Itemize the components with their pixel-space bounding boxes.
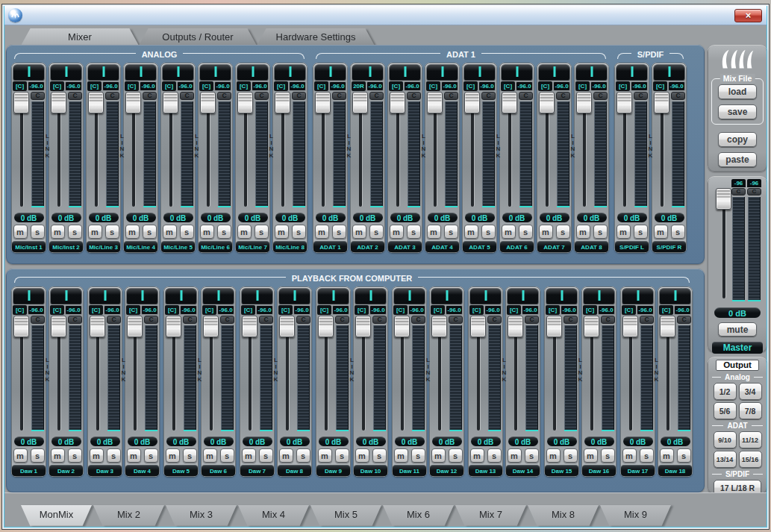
clip-indicator[interactable]: C [31, 316, 45, 324]
link-label[interactable]: L I N K [122, 357, 126, 383]
mute-button[interactable]: m [584, 448, 598, 463]
clip-indicator[interactable]: C [556, 92, 570, 100]
mute-button[interactable]: m [275, 225, 289, 239]
mute-button[interactable]: m [13, 448, 28, 463]
link-label[interactable]: L I N K [195, 134, 199, 159]
master-clip-indicator[interactable]: C [747, 188, 761, 195]
solo-button[interactable]: s [180, 225, 194, 239]
pan-slider[interactable] [278, 288, 310, 304]
output-select-9-10[interactable]: 9/10 [714, 431, 737, 448]
fader-handle[interactable] [200, 92, 216, 113]
fader-handle[interactable] [576, 92, 592, 113]
link-label[interactable]: L I N K [198, 357, 202, 383]
clip-indicator[interactable]: C [220, 316, 234, 324]
mute-button[interactable]: m [470, 448, 484, 463]
mute-button[interactable]: m [125, 225, 140, 239]
solo-button[interactable]: s [372, 448, 387, 463]
solo-button[interactable]: s [144, 448, 158, 463]
paste-button[interactable]: paste [718, 152, 757, 167]
output-select-11-12[interactable]: 11/12 [739, 431, 762, 448]
pan-slider[interactable] [165, 288, 197, 304]
clip-indicator[interactable]: C [372, 316, 387, 324]
pan-slider[interactable] [575, 64, 608, 81]
pan-slider[interactable] [50, 64, 82, 81]
solo-button[interactable]: s [68, 225, 82, 239]
mute-button[interactable]: m [502, 225, 516, 239]
solo-button[interactable]: s [217, 225, 231, 239]
link-label[interactable]: L I N K [347, 134, 352, 159]
pan-slider[interactable] [126, 288, 158, 304]
solo-button[interactable]: s [143, 225, 157, 239]
fader-handle[interactable] [539, 92, 555, 113]
pan-slider[interactable] [622, 288, 654, 304]
solo-button[interactable]: s [31, 225, 45, 239]
pan-slider[interactable] [653, 64, 685, 81]
mute-button[interactable]: m [431, 448, 446, 463]
mute-button[interactable]: m [203, 448, 217, 463]
mute-button[interactable]: m [352, 225, 366, 239]
solo-button[interactable]: s [411, 448, 425, 463]
clip-indicator[interactable]: C [255, 92, 269, 100]
link-label[interactable]: L I N K [422, 134, 426, 159]
mute-button[interactable]: m [617, 225, 631, 239]
mute-button[interactable]: m [200, 225, 214, 239]
solo-button[interactable]: s [407, 225, 421, 239]
pan-slider[interactable] [616, 64, 648, 81]
pan-slider[interactable] [389, 64, 421, 81]
solo-button[interactable]: s [525, 448, 539, 463]
clip-indicator[interactable]: C [640, 316, 654, 324]
fader-handle[interactable] [166, 316, 181, 337]
fader-handle[interactable] [617, 92, 632, 113]
link-label[interactable]: L I N K [655, 357, 659, 383]
mix-tab-mix-7[interactable]: Mix 7 [455, 505, 526, 527]
solo-button[interactable]: s [332, 225, 346, 239]
solo-button[interactable]: s [481, 225, 496, 239]
pan-slider[interactable] [352, 64, 384, 81]
pan-slider[interactable] [237, 64, 269, 81]
fader-handle[interactable] [163, 92, 178, 113]
clip-indicator[interactable]: C [332, 92, 346, 100]
clip-indicator[interactable]: C [481, 92, 496, 100]
link-label[interactable]: L I N K [496, 134, 501, 159]
fader-handle[interactable] [51, 316, 66, 337]
mute-button[interactable]: m [464, 225, 478, 239]
pan-slider[interactable] [431, 288, 463, 304]
clip-indicator[interactable]: C [292, 92, 306, 100]
mix-tab-monmix[interactable]: MonMix [21, 505, 92, 527]
output-select-7-8[interactable]: 7/8 [739, 402, 762, 419]
save-button[interactable]: save [718, 104, 757, 119]
mute-button[interactable]: m [508, 448, 522, 463]
fader-handle[interactable] [660, 316, 675, 337]
mute-button[interactable]: m [315, 225, 329, 239]
pan-slider[interactable] [469, 288, 502, 304]
mute-button[interactable]: m [51, 225, 65, 239]
clip-indicator[interactable]: C [593, 92, 608, 100]
link-label[interactable]: L I N K [578, 357, 583, 383]
link-label[interactable]: L I N K [350, 357, 355, 383]
clip-indicator[interactable]: C [144, 316, 158, 324]
fader-handle[interactable] [237, 92, 253, 113]
link-label[interactable]: L I N K [649, 134, 653, 159]
clip-indicator[interactable]: C [444, 92, 458, 100]
mute-button[interactable]: m [163, 225, 177, 239]
output-select-13-14[interactable]: 13/14 [714, 451, 737, 468]
pan-slider[interactable] [87, 64, 119, 81]
tab-mixer[interactable]: Mixer [21, 28, 139, 46]
fader-handle[interactable] [315, 92, 331, 113]
solo-button[interactable]: s [31, 448, 45, 463]
copy-button[interactable]: copy [718, 132, 757, 147]
close-button[interactable]: × [734, 9, 762, 22]
mix-tab-mix-9[interactable]: Mix 9 [600, 505, 671, 527]
pan-slider[interactable] [50, 288, 82, 304]
mute-button[interactable]: m [622, 448, 637, 463]
link-label[interactable]: L I N K [426, 357, 431, 383]
mute-button[interactable]: m [355, 448, 369, 463]
mute-button[interactable]: m [166, 448, 180, 463]
clip-indicator[interactable]: C [183, 316, 197, 324]
clip-indicator[interactable]: C [105, 92, 119, 100]
mix-tab-mix-8[interactable]: Mix 8 [528, 505, 599, 527]
fader-handle[interactable] [470, 316, 486, 337]
fader-handle[interactable] [508, 316, 523, 337]
fader-handle[interactable] [13, 92, 29, 113]
pan-slider[interactable] [426, 64, 458, 81]
